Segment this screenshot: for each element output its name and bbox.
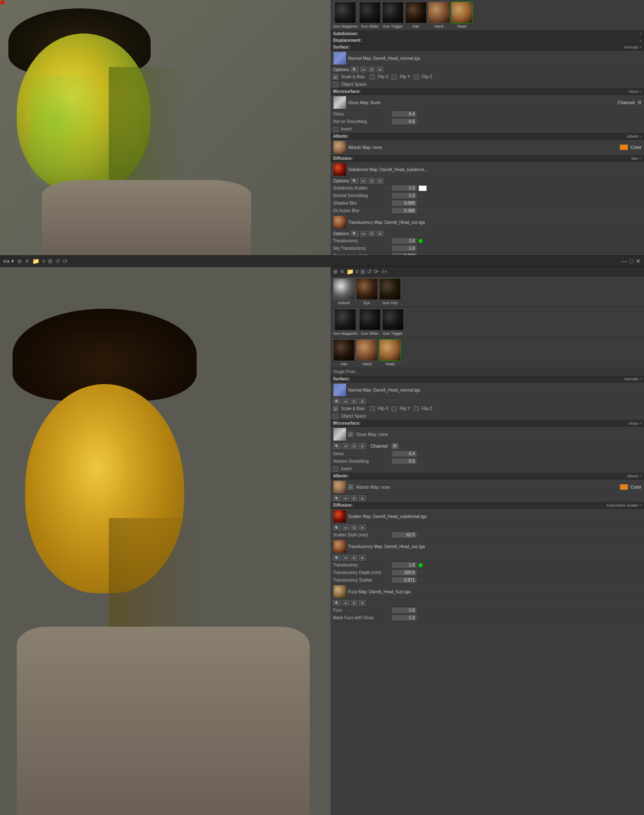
divider-icon-3[interactable]: 📁 xyxy=(32,258,39,264)
occlusion-blur-value[interactable]: 0.396 xyxy=(392,208,417,214)
surface-copy-btn[interactable]: © xyxy=(369,67,375,72)
toolbar-misc-icon[interactable]: -/+ xyxy=(380,268,387,275)
divider-icon-5[interactable]: ⊞ xyxy=(48,258,53,264)
surface-delete-btn[interactable]: ✕ xyxy=(377,67,383,72)
flipz-checkbox-b[interactable] xyxy=(414,406,419,411)
albedo-section-bottom[interactable]: Albedo: Albedo ÷ xyxy=(331,473,644,479)
albedo-copy-btn-b[interactable]: © xyxy=(351,495,357,501)
toolbar-menu-icon[interactable]: ≡ xyxy=(355,268,359,275)
scatter-depth-value[interactable]: 62.5 xyxy=(392,532,417,538)
toolbar-delete-icon[interactable]: ✕ xyxy=(340,268,345,275)
scale-bias-check-b[interactable]: Scale & Bias xyxy=(333,406,365,411)
translucency-delete-btn[interactable]: ✕ xyxy=(377,231,383,236)
thumb-default[interactable]: Default xyxy=(333,278,355,305)
surface-section-bottom[interactable]: Surface: Normals ÷ xyxy=(331,376,644,382)
diffusion-section-bottom[interactable]: Diffusion: Subsurface Scatter ÷ xyxy=(331,502,644,509)
minimize-btn[interactable]: — xyxy=(621,258,627,264)
fuzz-copy-btn-b[interactable]: © xyxy=(351,600,357,606)
flip-x-check[interactable]: Flip X xyxy=(370,74,389,79)
albedo-edit-btn-b[interactable]: ✏ xyxy=(343,495,349,501)
gloss-search-btn-b[interactable]: 🔍 xyxy=(333,443,341,449)
thumb-head-b[interactable]: Head xyxy=(379,339,401,366)
surface-copy-btn-b[interactable]: © xyxy=(351,398,357,404)
subdermis-scatter-value[interactable]: 1.0 xyxy=(392,185,417,191)
translucency-scatter-value-b[interactable]: 0.871 xyxy=(392,577,417,583)
normal-smoothing-value[interactable]: 1.0 xyxy=(392,192,417,199)
microsurface-section[interactable]: Microsurface: Gloss ÷ xyxy=(331,88,644,95)
translucency-copy-btn[interactable]: © xyxy=(369,231,375,236)
gloss-value[interactable]: 0.4 xyxy=(392,111,417,117)
flipy-checkbox[interactable] xyxy=(392,74,397,79)
mask-fuzz-value[interactable]: 1.0 xyxy=(392,615,417,621)
object-space-check[interactable]: Object Space xyxy=(333,82,366,87)
flip-y-check[interactable]: Flip Y xyxy=(392,74,410,79)
close-btn[interactable]: ✕ xyxy=(636,258,641,264)
toolbar-folder-icon[interactable]: 📁 xyxy=(346,268,354,275)
toolbar-add-icon[interactable]: ⊕ xyxy=(333,268,338,275)
scatter-search-btn[interactable]: 🔍 xyxy=(333,525,341,531)
gloss-value-b[interactable]: 0.4 xyxy=(392,451,417,457)
fuzz-value-b[interactable]: 1.0 xyxy=(392,607,417,613)
shadow-blur-value[interactable]: 0.099 xyxy=(392,200,417,206)
horizon-smoothing-value-b[interactable]: 0.5 xyxy=(392,458,417,464)
gloss-edit-btn-b[interactable]: ✏ xyxy=(343,443,349,449)
invert-check[interactable]: Invert xyxy=(333,127,352,132)
subdermis-copy-btn[interactable]: © xyxy=(369,178,375,184)
diffusion-section[interactable]: Diffusion: Skin ÷ xyxy=(331,155,644,162)
scale-bias-checkbox-b[interactable] xyxy=(333,406,338,411)
scale-bias-checkbox[interactable] xyxy=(333,74,338,79)
sky-translucency-value[interactable]: 1.0 xyxy=(392,245,417,251)
albedo-delete-btn-b[interactable]: ✕ xyxy=(359,495,366,501)
divider-icon-7[interactable]: ⟳ xyxy=(63,258,68,264)
translucency-depth-value[interactable]: 320.6 xyxy=(392,569,417,576)
albedo-color-swatch-b[interactable] xyxy=(620,484,628,490)
microsurface-section-bottom[interactable]: Microsurface: Gloss ÷ xyxy=(331,420,644,427)
gloss-copy-btn-b[interactable]: © xyxy=(351,443,357,449)
thumb-gunslider-b[interactable]: Gun Slider xyxy=(359,309,381,336)
albedo-check-b[interactable] xyxy=(348,484,353,490)
subdermis-search-btn[interactable]: 🔍 xyxy=(351,178,359,184)
thumb-eye[interactable]: Eye xyxy=(356,278,378,305)
translucency-value[interactable]: 1.0 xyxy=(392,238,417,244)
translucency-search-btn[interactable]: 🔍 xyxy=(351,231,359,236)
surface-search-btn-b[interactable]: 🔍 xyxy=(333,398,341,404)
flipx-checkbox[interactable] xyxy=(370,74,375,79)
scatter-copy-btn[interactable]: © xyxy=(351,525,357,531)
albedo-section[interactable]: Albedo: Albedo ÷ xyxy=(331,133,644,140)
toolbar-refresh-icon[interactable]: ↺ xyxy=(367,268,372,275)
thumb-gunmag-b[interactable]: Gun Magazine xyxy=(333,309,358,336)
fuzz-edit-btn-b[interactable]: ✏ xyxy=(343,600,349,606)
surface-search-btn[interactable]: 🔍 xyxy=(351,67,359,72)
divider-icon-6[interactable]: ↺ xyxy=(55,258,60,264)
thumb-head[interactable]: Head xyxy=(451,2,473,28)
surface-edit-btn-b[interactable]: ✏ xyxy=(343,398,349,404)
invert-check-b[interactable]: Invert xyxy=(333,466,352,472)
toolbar-grid-icon[interactable]: ⊞ xyxy=(360,268,365,275)
translucency-value-b[interactable]: 1.0 xyxy=(392,562,417,568)
object-space-checkbox-b[interactable] xyxy=(333,414,338,419)
subdermis-delete-btn[interactable]: ✕ xyxy=(377,178,383,184)
albedo-search-btn-b[interactable]: 🔍 xyxy=(333,495,341,501)
divider-icon-2[interactable]: ✕ xyxy=(25,258,30,264)
subdermis-edit-btn[interactable]: ✏ xyxy=(360,178,367,184)
thumb-gungrip[interactable]: Gun Grip xyxy=(379,278,401,305)
surface-section[interactable]: Surface: Normals ÷ xyxy=(331,44,644,51)
flipy-checkbox-b[interactable] xyxy=(392,406,397,411)
fuzz-search-btn-b[interactable]: 🔍 xyxy=(333,600,341,606)
surface-delete-btn-b[interactable]: ✕ xyxy=(359,398,366,404)
toolbar-render-icon[interactable]: ⟳ xyxy=(374,268,379,275)
invert-checkbox-b[interactable] xyxy=(333,466,338,472)
subdivision-section[interactable]: Subdivision: ÷ xyxy=(331,31,644,37)
scatter-edit-btn[interactable]: ✏ xyxy=(343,525,349,531)
thumb-gun-trigger[interactable]: Gun Trigger xyxy=(382,2,404,28)
gloss-check-b[interactable] xyxy=(348,432,353,437)
translucency-search-btn-b[interactable]: 🔍 xyxy=(333,555,341,561)
fuzz-delete-btn-b[interactable]: ✕ xyxy=(359,600,366,606)
surface-edit-btn[interactable]: ✏ xyxy=(360,67,367,72)
translucency-scatter-value[interactable]: 0.732 xyxy=(392,253,417,255)
thumb-guntrigger-b[interactable]: Gun Trigger xyxy=(382,309,404,336)
scatter-delete-btn[interactable]: ✕ xyxy=(359,525,366,531)
thumb-hand[interactable]: Hand xyxy=(428,2,450,28)
flipz-checkbox[interactable] xyxy=(414,74,419,79)
subdermis-scatter-color[interactable] xyxy=(418,185,427,191)
